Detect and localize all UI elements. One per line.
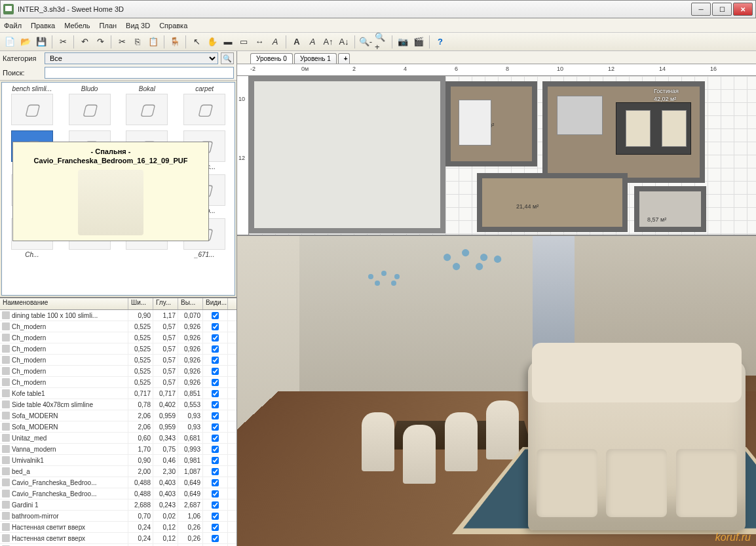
cut-icon[interactable]: ✂ bbox=[56, 35, 70, 49]
catalog-item[interactable]: carpet▢ bbox=[177, 85, 232, 127]
table-row[interactable]: Ch_modern0,5250,570,926 bbox=[0, 332, 236, 343]
visible-checkbox[interactable] bbox=[212, 390, 219, 397]
paste-icon[interactable]: 📋 bbox=[146, 35, 161, 49]
visible-checkbox[interactable] bbox=[212, 468, 219, 475]
text-italic-icon[interactable]: A bbox=[305, 35, 320, 49]
table-row[interactable]: Ch_modern0,5250,570,926 bbox=[0, 366, 236, 377]
table-row[interactable]: Настенная светит вверх0,240,120,26 bbox=[0, 522, 236, 533]
maximize-button[interactable]: ☐ bbox=[712, 3, 732, 16]
table-row[interactable]: Ch_modern0,5250,570,926 bbox=[0, 355, 236, 366]
ruler-tick: 10 bbox=[238, 96, 245, 102]
visible-checkbox[interactable] bbox=[212, 535, 219, 542]
text-size-up-icon[interactable]: A↑ bbox=[321, 35, 335, 49]
table-row[interactable]: Cavio_Francheska_Bedroo...0,4880,4030,64… bbox=[0, 488, 236, 499]
catalog-item[interactable]: Bokal▢ bbox=[120, 85, 175, 127]
table-row[interactable]: Umivalnik10,900,460,981 bbox=[0, 455, 236, 466]
table-row[interactable]: Ch_modern0,5250,570,926 bbox=[0, 377, 236, 388]
menu-edit[interactable]: Правка bbox=[31, 22, 55, 29]
table-row[interactable]: Sofa_MODERN2,060,9590,93 bbox=[0, 421, 236, 433]
photo-icon[interactable]: 📷 bbox=[396, 35, 410, 49]
open-icon[interactable]: 📂 bbox=[18, 35, 33, 49]
wall-icon[interactable]: ▬ bbox=[221, 35, 235, 49]
visible-checkbox[interactable] bbox=[212, 524, 219, 531]
tab-add-level[interactable]: + bbox=[338, 53, 350, 64]
menu-file[interactable]: Файл bbox=[4, 22, 22, 29]
menu-plan[interactable]: План bbox=[100, 22, 117, 29]
text-icon[interactable]: A bbox=[268, 35, 282, 49]
visible-checkbox[interactable] bbox=[212, 345, 219, 353]
category-search-icon[interactable]: 🔍 bbox=[221, 52, 234, 64]
ruler-tick: -2 bbox=[250, 66, 255, 72]
table-row[interactable]: Настенная светит вверх0,240,120,26 bbox=[0, 533, 236, 544]
menu-help[interactable]: Справка bbox=[159, 22, 187, 29]
col-depth[interactable]: Глу... bbox=[153, 298, 178, 309]
col-width[interactable]: Ши... bbox=[128, 298, 153, 309]
room-icon[interactable]: ▭ bbox=[236, 35, 251, 49]
zoom-in-icon[interactable]: 🔍+ bbox=[374, 35, 388, 49]
visible-checkbox[interactable] bbox=[212, 435, 219, 442]
zoom-out-icon[interactable]: 🔍- bbox=[358, 35, 373, 49]
visible-checkbox[interactable] bbox=[212, 401, 219, 408]
text-size-down-icon[interactable]: A↓ bbox=[337, 35, 351, 49]
select-icon[interactable]: ↖ bbox=[189, 35, 204, 49]
menu-furniture[interactable]: Мебель bbox=[64, 22, 90, 29]
new-icon[interactable]: 📄 bbox=[3, 35, 17, 49]
add-furniture-icon[interactable]: 🪑 bbox=[168, 35, 182, 49]
table-row[interactable]: Ch_modern0,5250,570,926 bbox=[0, 343, 236, 355]
col-name[interactable]: Наименование bbox=[0, 298, 128, 309]
tab-level-1[interactable]: Уровень 1 bbox=[294, 53, 337, 64]
catalog-item[interactable]: bench slimli...▢ bbox=[5, 85, 60, 127]
visible-checkbox[interactable] bbox=[212, 368, 219, 375]
table-row[interactable]: Kofe table10,7170,7170,851 bbox=[0, 388, 236, 399]
menu-3dview[interactable]: Вид 3D bbox=[126, 22, 150, 29]
visible-checkbox[interactable] bbox=[212, 423, 219, 431]
pan-icon[interactable]: ✋ bbox=[205, 35, 219, 49]
tab-level-0[interactable]: Уровень 0 bbox=[250, 53, 293, 64]
minimize-button[interactable]: ─ bbox=[691, 3, 711, 16]
table-row[interactable]: dining table 100 x 100 slimli...0,901,17… bbox=[0, 310, 236, 321]
table-row[interactable]: Side table 40x78cm slimline0,780,4020,55… bbox=[0, 399, 236, 410]
table-row[interactable]: Vanna_modern1,700,750,993 bbox=[0, 444, 236, 455]
ruler-tick: 8 bbox=[506, 66, 509, 72]
visible-checkbox[interactable] bbox=[212, 513, 219, 520]
search-input[interactable] bbox=[45, 67, 234, 79]
table-row[interactable]: bathroom-mirror0,700,021,06 bbox=[0, 511, 236, 522]
window-title: INTER_3.sh3d - Sweet Home 3D bbox=[18, 5, 691, 13]
text-bold-icon[interactable]: A bbox=[290, 35, 304, 49]
help-icon[interactable]: ? bbox=[433, 35, 447, 49]
undo-icon[interactable]: ↶ bbox=[77, 35, 92, 49]
visible-checkbox[interactable] bbox=[212, 334, 219, 341]
visible-checkbox[interactable] bbox=[212, 457, 219, 464]
col-visible[interactable]: Види... bbox=[203, 298, 228, 309]
visible-checkbox[interactable] bbox=[212, 379, 219, 386]
table-row[interactable]: Sofa_MODERN2,060,9590,93 bbox=[0, 410, 236, 421]
table-row[interactable]: Unitaz_med0,600,3430,681 bbox=[0, 433, 236, 444]
visible-checkbox[interactable] bbox=[212, 446, 219, 453]
visible-checkbox[interactable] bbox=[212, 312, 219, 319]
col-height[interactable]: Вы... bbox=[178, 298, 203, 309]
catalog-filter-panel: Категория Все 🔍 Поиск: bbox=[0, 51, 236, 81]
3d-view[interactable]: koruf.ru bbox=[237, 236, 756, 546]
visible-checkbox[interactable] bbox=[212, 323, 219, 330]
cut2-icon[interactable]: ✂ bbox=[115, 35, 129, 49]
visible-checkbox[interactable] bbox=[212, 501, 219, 509]
video-icon[interactable]: 🎬 bbox=[411, 35, 426, 49]
ruler-tick: 16 bbox=[710, 66, 717, 72]
copy-icon[interactable]: ⎘ bbox=[130, 35, 145, 49]
table-row[interactable]: Cavio_Francheska_Bedroo...0,4880,4030,64… bbox=[0, 477, 236, 488]
table-row[interactable]: Ch_modern0,5250,570,926 bbox=[0, 321, 236, 332]
floorplan-canvas[interactable]: 14,87 м² Гостиная 42,02 м² 21,44 м² 8,57… bbox=[249, 76, 756, 235]
table-row[interactable]: Gardini 12,6880,2432,687 bbox=[0, 499, 236, 511]
dimension-icon[interactable]: ↔ bbox=[252, 35, 267, 49]
visible-checkbox[interactable] bbox=[212, 479, 219, 486]
visible-checkbox[interactable] bbox=[212, 357, 219, 364]
visible-checkbox[interactable] bbox=[212, 490, 219, 497]
redo-icon[interactable]: ↷ bbox=[93, 35, 107, 49]
catalog-item[interactable]: Bludo▢ bbox=[62, 85, 117, 127]
table-row[interactable]: bed_a2,002,301,087 bbox=[0, 466, 236, 477]
ruler-tick: 0м bbox=[301, 66, 309, 72]
visible-checkbox[interactable] bbox=[212, 412, 219, 419]
save-icon[interactable]: 💾 bbox=[34, 35, 48, 49]
category-select[interactable]: Все bbox=[45, 52, 218, 64]
close-button[interactable]: ✕ bbox=[733, 3, 753, 16]
